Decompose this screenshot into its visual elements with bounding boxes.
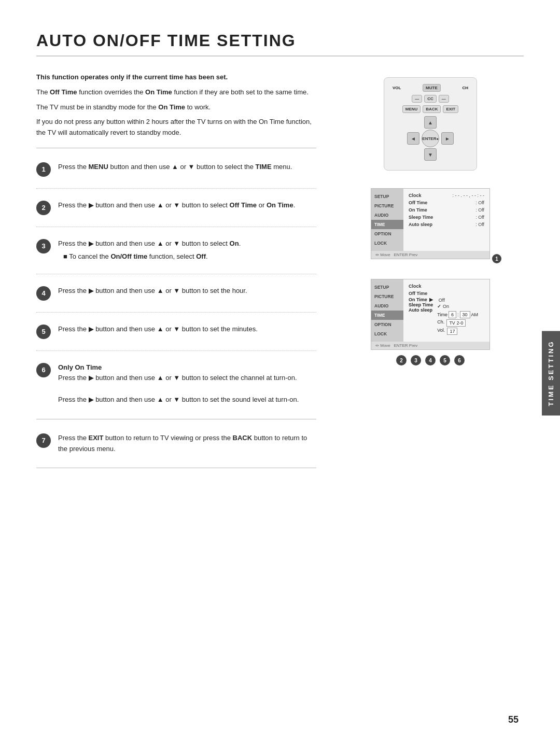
step-3-sub: ■ To cancel the On/Off time function, se… [58,251,316,262]
intro-line4: If you do not press any button within 2 … [36,117,316,138]
menu1-clock-label: Clock [409,193,422,198]
menu2-audio: Audio [371,301,403,311]
menu2-sub-options: Off On Time 6 : 30 AM [437,297,478,335]
back-btn: BACK [423,105,441,113]
menu2-clock-label: Clock [409,284,422,289]
menu1-time: Time [371,220,403,229]
menu2-lock: Lock [371,329,403,339]
menu1-row-ontime: On Time : Off [409,206,484,214]
circle-6: 6 [454,355,465,365]
menu1-box: Setup Picture Audio Time Option Lock Clo… [371,188,490,259]
menu1-autosleep-value: : Off [475,222,484,227]
menu2-row-offtime: Off Time [409,290,484,297]
mute-btn: MUTE [423,84,441,92]
right-column: VOL MUTE CH — CC — MENU BACK EXIT [337,72,524,475]
step-7: 7 Press the EXIT button to return to TV … [36,427,316,461]
step-2: 2 Press the ▶ button and then use ▲ or ▼… [36,194,316,221]
menu-back-exit-row: MENU BACK EXIT [393,105,468,113]
dpad-top-row: ▲ [424,116,437,129]
menu2-time: Time [371,311,403,320]
menu1-picture: Picture [371,201,403,210]
circle-3: 3 [411,355,421,365]
menu1-container: Setup Picture Audio Time Option Lock Clo… [371,186,490,259]
step-4: 4 Press the ▶ button and then use ▲ or ▼… [36,279,316,307]
menu1-audio: Audio [371,210,403,220]
menu1-clock-value: : - - . - - , - - : - - [453,193,484,198]
menu2-footer-move: ⇔ Move [375,343,390,348]
menu2-option: Option [371,320,403,329]
cc-btn: CC [424,95,437,103]
menu2-autosleep-label: Auto sleep [409,307,433,313]
menu-btn: MENU [402,105,421,113]
menu2-box: Setup Picture Audio Time Option Lock Clo… [371,279,490,350]
intro-line2: The Off Time function overrides the On T… [36,87,316,98]
side-tab: TIME SETTING [542,331,560,415]
menu2-time-row: Time 6 : 30 AM [437,311,478,318]
menu1-ontime-label: On Time [409,207,427,213]
divider-7 [36,468,316,468]
step-2-number: 2 [36,201,51,215]
step-3: 3 Press the ▶ button and then use ▲ or ▼… [36,232,316,269]
menu1-autosleep-label: Auto sleep [409,222,432,227]
menu2-ontime-row: On Time ▶ Sleep Time Auto sleep Off On T… [409,297,484,335]
menu1-row-offtime: Off Time : Off [409,199,484,206]
dpad-bottom-row: ▼ [424,148,437,161]
enter-btn: ENTER● [422,130,439,147]
menu2-content: Clock Off Time On Time ▶ Sleep Time Auto… [403,279,489,342]
menu2-time-sep: : [457,312,459,317]
dpad-down: ▼ [424,148,437,161]
remote-control: VOL MUTE CH — CC — MENU BACK EXIT [384,77,477,171]
step-4-number: 4 [36,286,51,301]
step-6-header: Only On Time [58,362,316,373]
menu2-container: Setup Picture Audio Time Option Lock Clo… [371,277,490,365]
step-6-text: Only On Time Press the ▶ button and then… [58,362,316,405]
step-2-text: Press the ▶ button and then use ▲ or ▼ b… [58,200,316,211]
step-7-text: Press the EXIT button to return to TV vi… [58,433,316,455]
step-3-number: 3 [36,239,51,254]
menu1-footer: ⇔ Move ENTER Prev [371,251,489,259]
step-3-text: Press the ▶ button and then use ▲ or ▼ b… [58,238,316,262]
ch-label: CH [462,86,468,90]
step-7-number: 7 [36,433,51,448]
ch-minus: — [439,95,449,103]
intro-text: This function operates only if the curre… [36,72,316,138]
menu2-ch-label: Ch. [437,319,444,327]
menu2-vol-value: 17 [447,328,457,335]
vol-label: VOL [393,86,401,90]
menu1-row-sleeptime: Sleep Time : Off [409,214,484,221]
vol-minus: — [412,95,422,103]
annotation-1: 1 [492,254,501,263]
intro-line3: The TV must be in standby mode for the O… [36,102,316,113]
dpad-right: ► [441,132,454,145]
menu1-offtime-value: : Off [475,200,484,205]
menu1-offtime-label: Off Time [409,200,427,205]
step-6-para1: Press the ▶ button and then use ▲ or ▼ b… [58,373,316,384]
menu2-ontime-label-wrap: On Time ▶ Sleep Time Auto sleep [409,297,433,313]
step-5-text: Press the ▶ button and then use ▲ or ▼ b… [58,324,316,335]
menu2-opt-on: On [437,303,478,309]
step-6: 6 Only On Time Press the ▶ button and th… [36,356,316,412]
divider-3 [36,274,316,274]
left-column: This function operates only if the curre… [36,72,316,475]
menu2-row-clock: Clock [409,283,484,290]
menu1-lock: Lock [371,238,403,248]
step-1-number: 1 [36,162,51,177]
menu2-time-ampm: AM [471,312,479,317]
divider-4 [36,312,316,313]
menu2-offtime-label: Off Time [409,291,427,296]
divider-6 [36,419,316,419]
content-area: This function operates only if the curre… [36,72,524,475]
menu2-picture: Picture [371,292,403,301]
page-title: AUTO ON/OFF TIME SETTING [36,31,524,57]
menu2-body: Setup Picture Audio Time Option Lock Clo… [371,279,489,342]
menu2-sidebar: Setup Picture Audio Time Option Lock [371,279,403,342]
dpad-middle-row: ◄ ENTER● ► [407,129,454,148]
page: TIME SETTING 55 AUTO ON/OFF TIME SETTING… [0,0,560,746]
menu2-time-label: Time [437,312,447,317]
menu1-sidebar: Setup Picture Audio Time Option Lock [371,189,403,251]
menu1-option: Option [371,229,403,238]
menu2-footer-enter: ENTER Prev [394,343,417,348]
intro-line1: This function operates only if the curre… [36,72,316,83]
divider-5 [36,350,316,351]
step-6-para2: Press the ▶ button and then use ▲ or ▼ b… [58,395,316,405]
